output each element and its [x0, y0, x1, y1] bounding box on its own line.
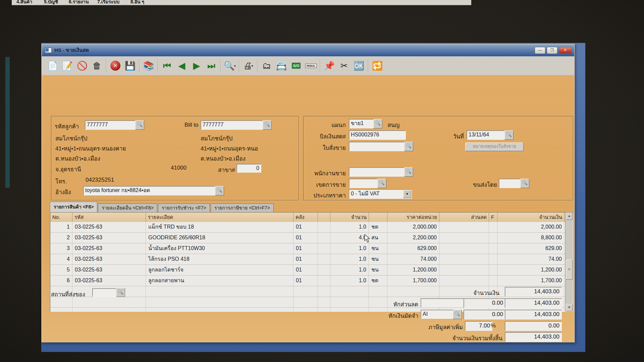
col-no: No. [50, 213, 72, 222]
transport-label: ขนส่งโดย [473, 180, 497, 189]
date-field[interactable]: 13/11/64 [467, 130, 506, 140]
table-row[interactable]: 503-0225-63 ลูกลอกไดชาร์จ01 1.0ชน 1,200.… [50, 265, 573, 276]
transport-field[interactable] [499, 179, 522, 188]
customer-name: สมโภชน์กรุ๊ป [55, 134, 87, 143]
magnifier-glyph: 🔍 [224, 61, 234, 71]
item-card-icon[interactable]: 🗂 [259, 58, 274, 73]
menu-item-system-setup[interactable]: 7.เริ่มระบบ [97, 0, 119, 5]
billto-search-icon[interactable]: 🔍 [263, 120, 272, 130]
branch-field[interactable]: 0 [236, 164, 261, 173]
col-price: ราคาต่อหน่วย [387, 213, 439, 222]
so-note-button[interactable]: หมายเหตุของใบสั่งขาย [465, 142, 524, 151]
customer-search-icon[interactable]: 🔍 [135, 120, 144, 130]
tab-strip: รายการสินค้า <F8> รายละเอียดอื่น <Ctrl+F… [50, 202, 274, 212]
customer-province: จ.อุดรธานี [55, 165, 81, 174]
scroll-down-icon[interactable]: ▼ [566, 304, 573, 311]
table-row[interactable]: 303-0225-63 น้ำมันเครื่อง PTT10W3001 1.0… [50, 243, 573, 254]
scroll-thumb[interactable]: ≡ [566, 259, 573, 280]
tab-items[interactable]: รายการสินค้า <F8> [50, 202, 97, 212]
col-desc: รายละเอียด [146, 213, 293, 222]
so-status-icon[interactable]: S/O [289, 58, 304, 73]
sale-order-search-icon[interactable]: 🔍 [404, 142, 413, 151]
void-document-icon[interactable]: 🚫 [75, 58, 90, 73]
save-icon[interactable]: 💾 [123, 58, 138, 73]
table-row[interactable]: 403-0225-63 ไส้กรอง PSO 41801 1.0ชน 74.0… [50, 254, 573, 265]
preview-dropdown-arrow[interactable]: ▾ [234, 64, 236, 68]
confirm-ok-icon[interactable]: 🆗 [352, 58, 366, 73]
last-record-icon[interactable]: ⏭ [204, 58, 219, 73]
tab-sales-tax[interactable]: รายการภาษีขาย <Ctrl+F7> [211, 203, 274, 212]
print-dropdown-arrow[interactable]: ▾ [251, 64, 253, 68]
pin-ok-icon[interactable]: 📌 [322, 58, 337, 73]
vertical-scrollbar[interactable]: ▲ ≡ ▼ [565, 213, 573, 311]
grand-total-label: จำนวนเงินรวมทั้งสิ้น [423, 334, 502, 343]
edit-document-icon[interactable]: 📝 [60, 58, 75, 73]
menu-item-products[interactable]: 4.สินค้า [16, 0, 32, 5]
menu-item-reports[interactable]: 6.รายงาน [69, 0, 89, 5]
table-row[interactable]: 203-0225-63 GOODRIDE 265/60R1801 4.0สน 2… [50, 233, 573, 243]
delivery-search-icon[interactable]: 🔍 [116, 288, 125, 297]
customer-code-field[interactable]: 7777777 [85, 120, 137, 130]
bill-no-field[interactable]: HS0002976 [349, 130, 406, 140]
col-f: F [489, 213, 497, 222]
salesman-field[interactable] [349, 167, 406, 177]
photo-background: 4.สินค้า 5.บัญชี 6.รายงาน 7.เริ่มระบบ 8.… [0, 0, 644, 362]
close-button[interactable]: ✕ [559, 47, 572, 54]
rebuild-icon[interactable]: REBUIL [304, 58, 318, 73]
menu-item-accounting[interactable]: 5.บัญชี [44, 0, 58, 5]
vat-rate-field[interactable]: 7.00 [465, 321, 492, 331]
tab-payment[interactable]: รายการรับชำระ <F7> [158, 203, 210, 212]
chevron-down-icon[interactable]: ▼ [403, 190, 411, 198]
dept-field[interactable]: ขาย1 [349, 119, 375, 128]
next-record-icon[interactable]: ▶ [189, 58, 204, 73]
maximize-button[interactable]: ❐ [547, 47, 557, 54]
dept-label: แผนก [304, 120, 346, 129]
table-row[interactable]: 603-0225-63 ลูกลอกสายพาน01 1.0ชด 1,700.0… [50, 276, 573, 286]
date-search-icon[interactable]: 🔍 [504, 130, 514, 140]
reference-field[interactable]: toyota fortuner กย•8824•อด [83, 186, 216, 195]
document-card-icon[interactable]: 📇 [274, 58, 289, 73]
col-qty: จำนวน [330, 213, 369, 222]
price-type-dropdown[interactable]: 0 - ไม่มี VAT ▼ [349, 189, 412, 199]
sale-order-field[interactable] [349, 142, 406, 151]
first-record-icon[interactable]: ⏮ [160, 58, 174, 73]
col-discount: ส่วนลด [439, 213, 489, 222]
discount-value: 0.00 [464, 298, 505, 308]
salesman-label: พนักงานขาย [304, 169, 346, 178]
percent-sign: % [491, 322, 497, 329]
sale-area-search-icon[interactable]: 🔍 [377, 179, 386, 188]
mouse-cursor [364, 234, 372, 244]
cash-sale-window: HS - ขายเงินสด — ❐ ✕ 📄 📝 🚫 🗑 ✕ 💾 📚 ⏮ ◀ ▶… [41, 44, 575, 343]
browse-icon[interactable]: 📚 [141, 58, 156, 73]
delete-trash-icon[interactable]: 🗑 [90, 58, 104, 73]
delivery-field[interactable] [92, 288, 118, 297]
deposit-label: หักเงินมัดจำ [361, 311, 418, 320]
customer-postcode: 41000 [171, 165, 186, 171]
reference-search-icon[interactable]: 🔍 [215, 186, 224, 195]
dept-search-icon[interactable]: 🔍 [373, 119, 382, 128]
deposit-search-icon[interactable]: 🔍 [453, 310, 462, 319]
print-icon[interactable]: 🖨▾ [241, 58, 256, 73]
preview-icon[interactable]: 🔍▾ [222, 58, 237, 73]
menu-item-others[interactable]: 8.อื่น ๆ [130, 0, 144, 5]
cut-ok-icon[interactable]: ✂ [337, 58, 352, 73]
sale-area-field[interactable] [349, 179, 379, 188]
new-document-icon[interactable]: 📄 [45, 58, 60, 73]
scroll-up-icon[interactable]: ▲ [566, 213, 573, 220]
date-label: วันที่ [431, 132, 464, 141]
minimize-button[interactable]: — [535, 47, 545, 54]
salesman-search-icon[interactable]: 🔍 [404, 167, 413, 177]
billto-code-field[interactable]: 7777777 [201, 120, 264, 130]
transport-search-icon[interactable]: 🔍 [520, 179, 529, 188]
tab-other-detail[interactable]: รายละเอียดอื่น <Ctrl+F8> [98, 203, 157, 212]
sale-area-label: เขตการขาย [304, 180, 346, 189]
previous-record-icon[interactable]: ◀ [174, 58, 189, 73]
form-area: รหัสลูกค้า 7777777 🔍 Bill to 7777777 🔍 ส… [42, 75, 574, 342]
discount-field[interactable] [421, 298, 465, 307]
phone-value: 042325251 [86, 177, 114, 183]
toolbar-separator [220, 59, 221, 72]
table-row[interactable]: 103-0225-63 แม็กซ์ TRD ขอบ 1801 1.0ชด 2,… [50, 222, 573, 233]
cancel-icon[interactable]: ✕ [108, 58, 123, 73]
deposit-field[interactable]: AI [421, 310, 455, 319]
transfer-icon[interactable]: 🔁 [370, 58, 385, 73]
